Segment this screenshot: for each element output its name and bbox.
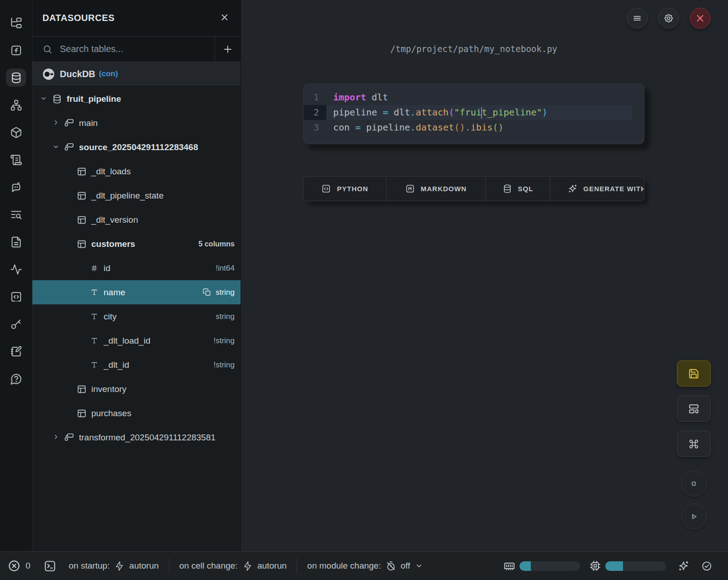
tree-label: source_202504291112283468 (79, 142, 198, 152)
runtime-setting-on-module-change[interactable]: on module change:off (307, 561, 423, 571)
play-icon (688, 511, 699, 522)
rail-item-help-bubble[interactable] (6, 370, 26, 388)
text-column-icon (89, 361, 99, 369)
rail-item-function-square[interactable] (6, 41, 26, 59)
tree-row-customers[interactable]: customers5 columns (32, 232, 241, 256)
tree-row-purchases[interactable]: purchases (32, 401, 241, 425)
rail-item-notebook-pen[interactable] (6, 342, 26, 361)
table-icon (77, 239, 87, 249)
rail-item-logs-search[interactable] (6, 205, 26, 224)
runtime-setting-on-startup[interactable]: on startup:autorun (69, 561, 159, 571)
tree-row-_dlt_loads[interactable]: _dlt_loads (32, 159, 241, 183)
search-row (32, 37, 241, 62)
lightning-icon (114, 561, 125, 571)
code-cell[interactable]: 1import dlt2pipeline = dlt.attach("fruit… (303, 84, 644, 144)
database-icon (52, 94, 62, 104)
settings-button[interactable] (658, 8, 679, 29)
cell-type-markdown-button[interactable]: MARKDOWN (387, 177, 486, 201)
save-button[interactable] (677, 361, 711, 387)
circle-check-button[interactable] (701, 560, 712, 572)
column-type-label: !int64 (215, 264, 235, 273)
tree-row-_dlt_id[interactable]: _dlt_id!string (32, 353, 241, 377)
rail-item-scratchpad[interactable] (6, 287, 26, 306)
type-wrap: !string (214, 336, 235, 345)
window-controls (627, 8, 711, 29)
panel-title: DATASOURCES (42, 13, 115, 23)
tree-row-name[interactable]: namestring (32, 280, 241, 304)
table-icon (77, 191, 87, 201)
tree-row-fruit_pipeline[interactable]: fruit_pipeline (32, 87, 241, 111)
tree-row-id[interactable]: id!int64 (32, 256, 241, 280)
menu-button[interactable] (627, 8, 648, 29)
cell-type-label: PYTHON (337, 185, 368, 193)
tree-label: _dlt_load_id (104, 336, 150, 346)
tree-row-transformed_202504291112283581[interactable]: transformed_202504291112283581 (32, 425, 241, 449)
rail-item-dependency-graph[interactable] (6, 96, 26, 114)
chevron-spacer (64, 385, 73, 394)
rail-item-database[interactable] (6, 68, 26, 87)
chevron-down-icon (52, 143, 60, 151)
tree-row-_dlt_pipeline_state[interactable]: _dlt_pipeline_state (32, 183, 241, 208)
cell-type-generate-with-ai-button[interactable]: GENERATE WITH AI (550, 177, 644, 201)
cell-type-python-button[interactable]: PYTHON (304, 177, 387, 201)
tree-label: _dlt_version (91, 215, 138, 225)
chevron-down-icon[interactable] (52, 143, 61, 152)
cell-type-sql-button[interactable]: SQL (486, 177, 550, 201)
tree-row-source_202504291112283468[interactable]: source_202504291112283468 (32, 135, 241, 159)
close-app-button[interactable] (690, 8, 711, 29)
rail-item-chatbot[interactable] (6, 178, 26, 196)
column-type-label: string (215, 312, 235, 321)
chevron-spacer (64, 240, 73, 249)
search-input[interactable] (59, 43, 215, 55)
layout-button[interactable] (677, 396, 711, 422)
help-bubble-icon (10, 373, 22, 385)
table-icon (77, 239, 87, 249)
package-icon (10, 126, 22, 139)
chevron-down-icon[interactable] (40, 94, 49, 104)
chevron-spacer (64, 191, 73, 200)
schema-icon (64, 142, 74, 152)
chevron-right-icon[interactable] (52, 119, 61, 128)
close-panel-button[interactable] (219, 12, 230, 24)
stop-icon (688, 478, 699, 489)
copy-icon[interactable] (203, 288, 211, 297)
tree-row-_dlt_version[interactable]: _dlt_version (32, 208, 241, 232)
text-column-icon (89, 288, 99, 297)
rail-item-package[interactable] (6, 123, 26, 141)
rail-item-file-tree[interactable] (6, 14, 26, 32)
function-square-icon (10, 44, 22, 57)
sparkles-icon (678, 560, 689, 572)
shortcuts-button[interactable] (677, 431, 711, 457)
cpu-meter (589, 560, 666, 572)
chevron-spacer (64, 409, 73, 418)
autorun-off-icon (386, 561, 396, 571)
tree-row-city[interactable]: citystring (32, 304, 241, 329)
chevron-spacer (77, 361, 86, 370)
tree-row-main[interactable]: main (32, 111, 241, 135)
search-box (32, 37, 215, 62)
rail-item-snippets-file[interactable] (6, 233, 26, 251)
tree-row-inventory[interactable]: inventory (32, 377, 241, 401)
text-column-icon (90, 361, 99, 369)
rail-item-activity[interactable] (6, 260, 26, 278)
tree-row-_dlt_load_id[interactable]: _dlt_load_id!string (32, 329, 241, 353)
terminal-button[interactable] (43, 559, 57, 573)
status-bar: 0 on startup:autorunon cell change:autor… (0, 551, 728, 580)
table-icon (77, 215, 87, 225)
rail-item-key[interactable] (6, 315, 26, 333)
runtime-setting-on-cell-change[interactable]: on cell change:autorun (179, 561, 287, 571)
setting-label: on cell change: (179, 561, 238, 571)
connection-alias: (con) (99, 69, 118, 78)
sparkles-button[interactable] (678, 560, 689, 572)
errors-count: 0 (26, 561, 31, 571)
chevron-right-icon[interactable] (52, 433, 61, 442)
chevron-right-icon (52, 433, 60, 441)
rail-item-scroll[interactable] (6, 151, 26, 169)
errors-indicator[interactable]: 0 (7, 559, 31, 573)
scroll-icon (10, 154, 22, 166)
add-datasource-button[interactable] (215, 37, 241, 62)
connection-row[interactable]: DuckDB (con) (32, 62, 241, 86)
type-wrap: !int64 (215, 264, 235, 273)
stop-button[interactable] (681, 470, 707, 496)
run-button[interactable] (681, 503, 707, 529)
